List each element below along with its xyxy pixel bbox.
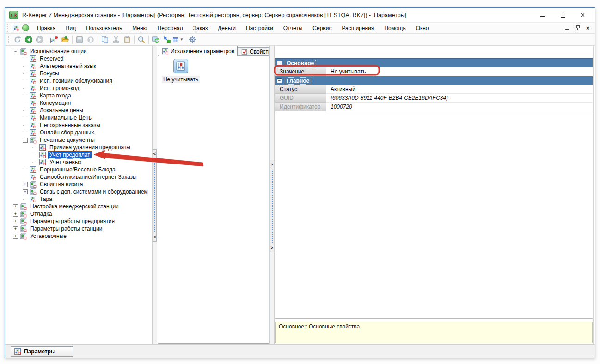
menu-item-11[interactable]: Расширения [337,24,379,33]
property-value[interactable]: 1000720 [326,103,593,111]
tree-item[interactable]: Альтернативный язык [11,62,152,70]
minimize-button[interactable] [540,12,546,18]
property-section-header[interactable]: −Основное [275,59,593,67]
tree-item[interactable]: +Связь с доп. системами и оборудованием [11,188,152,195]
collapse-icon[interactable]: − [277,78,282,83]
tree-item[interactable]: Исп. промо-код [11,85,152,92]
tree-item[interactable]: Несохранённые заказы [11,121,152,129]
close-button[interactable]: × [580,12,586,18]
expand-toggle[interactable]: + [13,204,19,209]
menu-item-1[interactable]: Правка [32,24,61,33]
tree-item[interactable]: −Печатные документы [11,136,152,144]
new-parameter-button[interactable] [49,35,60,45]
expand-icon[interactable]: + [13,219,18,224]
expand-icon[interactable]: + [23,182,28,187]
tree-item[interactable]: +Свойства визита [11,181,152,188]
splitter-grip[interactable] [154,159,155,232]
expand-icon[interactable]: + [13,204,18,209]
collapse-icon[interactable]: − [13,49,18,54]
collapse-icon[interactable]: − [277,61,282,66]
expand-icon[interactable]: + [23,189,28,194]
tree-splitter[interactable]: < < [152,46,157,344]
maximize-button[interactable] [560,12,566,18]
collapse-icon[interactable]: − [23,138,28,143]
tree-item[interactable]: Карта входа [11,92,152,99]
tree-item[interactable]: Онлайн сбор данных [11,129,152,136]
property-value[interactable]: Активный [326,85,593,94]
tree-item[interactable]: Бонусы [11,70,152,77]
settings-button[interactable] [187,35,198,45]
tree-item[interactable]: Минимальные Цены [11,114,152,121]
search-button[interactable] [136,35,147,45]
expand-toggle[interactable]: + [23,182,29,187]
refresh-button[interactable] [12,35,23,45]
back-button[interactable] [23,35,34,45]
tree-item[interactable]: +Параметры работы станции [11,225,152,232]
menu-item-7[interactable]: Деньги [213,24,241,33]
menu-item-10[interactable]: Сервис [307,24,337,33]
collapse-left-icon[interactable]: < [153,233,156,241]
collapse-right-icon[interactable]: > [270,243,274,252]
property-row[interactable]: Идентификатор1000720 [275,103,593,111]
tree-item[interactable]: Локальные цены [11,107,152,114]
expand-icon[interactable]: + [13,212,18,217]
expand-toggle[interactable]: + [13,226,19,231]
tree-item[interactable]: +Установочные [11,232,152,240]
property-value[interactable]: Не учитывать [326,67,593,76]
parameters-window-tab[interactable]: Параметры [11,346,73,357]
splitter-grip[interactable] [272,170,273,243]
expand-toggle[interactable]: + [13,234,19,239]
tree-item-selected[interactable]: Учет предоплат [11,151,152,158]
menu-item-12[interactable]: Помощь [379,24,410,33]
property-row[interactable]: СтатусАктивный [275,85,593,94]
sync-button[interactable] [150,35,161,45]
assign-button[interactable] [161,35,172,45]
menu-item-4[interactable]: Меню [127,24,152,33]
tree-item[interactable]: Исп. позиции обслуживания [11,77,152,85]
property-section-header[interactable]: −Главное [275,76,593,85]
tree-item[interactable]: +Параметры работы предприятия [11,218,152,225]
copy-button[interactable] [99,35,110,45]
save-button[interactable] [74,35,85,45]
expand-toggle[interactable]: + [23,189,29,194]
forward-button[interactable] [34,35,45,45]
collapse-right-icon[interactable]: > [270,160,274,169]
menu-item-9[interactable]: Отчеты [278,24,308,33]
property-row[interactable]: GUID{60633A0D-8911-440F-B2B4-CE2E16DAFC3… [275,94,593,103]
expand-icon[interactable]: + [13,234,18,239]
exclusion-item[interactable]: Не учитывать [161,59,201,83]
dropdown-caret-icon[interactable]: ▼ [180,37,184,42]
menu-item-6[interactable]: Заказ [188,24,213,33]
toolbar-grip[interactable] [8,36,10,43]
expand-toggle[interactable]: − [13,49,19,54]
property-value[interactable]: {60633A0D-8911-440F-B2B4-CE2E16DAFC34} [326,94,593,103]
mdi-restore-button[interactable] [575,25,580,30]
property-row[interactable]: ЗначениеНе учитывать [275,67,593,76]
expand-toggle[interactable]: + [13,212,19,217]
properties-splitter[interactable]: > > [269,46,275,344]
tree-item[interactable]: Reserved [11,55,152,62]
menubar-grip[interactable] [7,24,9,32]
menu-item-2[interactable]: Вид [61,24,81,33]
menu-item-8[interactable]: Настройки [241,24,278,33]
expand-toggle[interactable]: + [13,219,19,224]
tree-item[interactable]: Консумация [11,99,152,107]
expand-icon[interactable]: + [13,226,18,231]
tree-item[interactable]: Учет чаевых [11,158,152,166]
cut-button[interactable] [110,35,122,45]
paste-button[interactable] [122,35,133,45]
menu-item-5[interactable]: Персонал [153,24,188,33]
grid-view-button[interactable]: ▼ [172,35,184,45]
expand-toggle[interactable]: − [23,138,29,143]
tree-item[interactable]: −Использование опций [11,48,152,55]
tree-item[interactable]: Самообслуживание/Интернет Заказы [11,173,152,181]
tree-item[interactable]: Тара [11,195,152,203]
open-button[interactable] [60,35,71,45]
collapse-left-icon[interactable]: < [153,150,156,158]
undo-button[interactable] [85,35,96,45]
tree-item[interactable]: Порционные/Весовые Блюда [11,166,152,173]
tree-item[interactable]: +Отладка [11,210,152,218]
tab-parameter-exclusions[interactable]: Исключения параметров [159,46,238,56]
tree-item[interactable]: +Настройка менеджерской станции [11,203,152,210]
menu-item-13[interactable]: Окно [411,24,434,33]
